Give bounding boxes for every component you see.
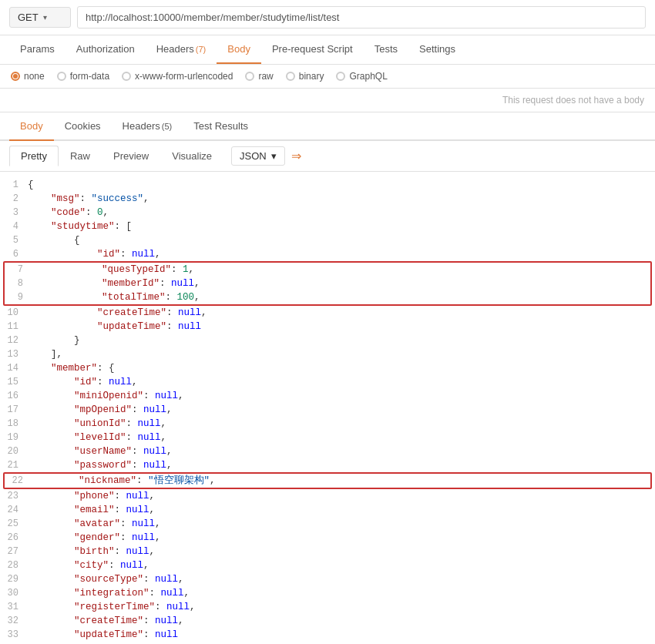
tab-pre-request-script[interactable]: Pre-request Script xyxy=(261,35,364,64)
line-content: "userName": null, xyxy=(28,444,655,458)
line-number: 16 xyxy=(0,389,28,403)
radio-none[interactable] xyxy=(11,72,20,81)
line-content: "updateTime": null xyxy=(28,628,655,642)
tab-tests[interactable]: Tests xyxy=(364,35,408,64)
line-number: 9 xyxy=(5,290,32,304)
radio-raw[interactable] xyxy=(245,72,254,81)
line-content: "createTime": null, xyxy=(28,306,655,320)
no-body-message: This request does not have a body xyxy=(0,89,655,112)
line-content: "member": { xyxy=(28,361,655,375)
line-content: "code": 0, xyxy=(28,206,655,220)
line-number: 18 xyxy=(0,417,28,431)
json-line: 23 "phone": null, xyxy=(0,489,655,503)
tab-params[interactable]: Params xyxy=(9,35,66,64)
response-tabs: Body Cookies Headers(5) Test Results xyxy=(0,112,655,141)
json-line: 33 "updateTime": null xyxy=(0,628,655,642)
radio-graphql[interactable] xyxy=(336,72,345,81)
json-line: 28 "city": null, xyxy=(0,558,655,572)
line-number: 25 xyxy=(0,517,28,531)
line-number: 26 xyxy=(0,531,28,545)
url-input[interactable] xyxy=(77,6,646,29)
json-line: 17 "mpOpenid": null, xyxy=(0,403,655,417)
radio-form-data[interactable] xyxy=(57,72,66,81)
line-number: 3 xyxy=(0,206,28,220)
line-number: 21 xyxy=(0,458,28,472)
res-tab-headers[interactable]: Headers(5) xyxy=(112,112,183,141)
json-line: 7 "quesTypeId": 1, xyxy=(5,263,650,277)
json-line: 21 "password": null, xyxy=(0,458,655,472)
res-tab-body[interactable]: Body xyxy=(9,112,54,141)
json-line: 6 "id": null, xyxy=(0,247,655,261)
line-number: 29 xyxy=(0,572,28,586)
line-number: 4 xyxy=(0,220,28,233)
json-line: 20 "userName": null, xyxy=(0,444,655,458)
json-line: 2 "msg": "success", xyxy=(0,192,655,206)
body-type-form-data[interactable]: form-data xyxy=(57,71,109,82)
view-tabs: Pretty Raw Preview Visualize JSON ▾ ⇒ xyxy=(0,141,655,172)
tab-headers[interactable]: Headers(7) xyxy=(146,35,217,64)
view-tab-raw[interactable]: Raw xyxy=(59,146,102,166)
line-content: "registerTime": null, xyxy=(28,600,655,614)
line-content: "mpOpenid": null, xyxy=(28,403,655,417)
json-format-selector[interactable]: JSON ▾ xyxy=(231,146,285,166)
res-tab-cookies[interactable]: Cookies xyxy=(54,112,112,141)
line-content: { xyxy=(28,178,655,192)
json-line: 11 "updateTime": null xyxy=(0,320,655,334)
body-type-raw[interactable]: raw xyxy=(245,71,273,82)
line-content: "quesTypeId": 1, xyxy=(32,263,650,277)
request-tabs: Params Authorization Headers(7) Body Pre… xyxy=(0,35,655,65)
line-number: 8 xyxy=(5,277,32,290)
line-content: ], xyxy=(28,347,655,361)
line-content: "phone": null, xyxy=(28,489,655,503)
line-content: "studytime": [ xyxy=(28,220,655,233)
json-line: 1{ xyxy=(0,178,655,192)
line-number: 30 xyxy=(0,586,28,600)
method-selector[interactable]: GET ▾ xyxy=(9,7,71,28)
line-number: 6 xyxy=(0,247,28,261)
body-type-none[interactable]: none xyxy=(11,71,45,82)
tab-authorization[interactable]: Authorization xyxy=(66,35,146,64)
view-tab-visualize[interactable]: Visualize xyxy=(160,146,223,166)
line-number: 14 xyxy=(0,361,28,375)
line-number: 20 xyxy=(0,444,28,458)
line-number: 23 xyxy=(0,489,28,503)
tab-settings[interactable]: Settings xyxy=(408,35,466,64)
json-line: 3 "code": 0, xyxy=(0,206,655,220)
line-content: "sourceType": null, xyxy=(28,572,655,586)
line-content: { xyxy=(28,233,655,247)
res-tab-test-results[interactable]: Test Results xyxy=(183,112,259,141)
view-tab-preview[interactable]: Preview xyxy=(102,146,160,166)
json-line: 26 "gender": null, xyxy=(0,531,655,545)
wrap-icon[interactable]: ⇒ xyxy=(291,149,301,163)
json-line: 14 "member": { xyxy=(0,361,655,375)
line-number: 28 xyxy=(0,558,28,572)
line-content: "gender": null, xyxy=(28,531,655,545)
radio-urlencoded[interactable] xyxy=(122,72,131,81)
json-line: 13 ], xyxy=(0,347,655,361)
body-type-graphql[interactable]: GraphQL xyxy=(336,71,387,82)
line-number: 7 xyxy=(5,263,32,277)
json-line: 9 "totalTime": 100, xyxy=(5,290,650,304)
body-type-urlencoded[interactable]: x-www-form-urlencoded xyxy=(122,71,233,82)
line-number: 22 xyxy=(5,474,32,488)
line-number: 10 xyxy=(0,306,28,320)
json-line: 18 "unionId": null, xyxy=(0,417,655,431)
json-line: 5 { xyxy=(0,233,655,247)
json-line: 4 "studytime": [ xyxy=(0,220,655,233)
line-content: "memberId": null, xyxy=(32,277,650,290)
line-content: "city": null, xyxy=(28,558,655,572)
json-line: 12 } xyxy=(0,334,655,347)
line-number: 33 xyxy=(0,628,28,642)
view-tab-pretty[interactable]: Pretty xyxy=(9,146,59,166)
chevron-down-icon: ▾ xyxy=(43,13,47,22)
body-type-selector: none form-data x-www-form-urlencoded raw… xyxy=(0,65,655,89)
line-number: 12 xyxy=(0,334,28,347)
body-type-binary[interactable]: binary xyxy=(286,71,324,82)
json-line: 8 "memberId": null, xyxy=(5,277,650,290)
line-content: "levelId": null, xyxy=(28,431,655,444)
tab-body[interactable]: Body xyxy=(217,35,261,64)
line-content: "email": null, xyxy=(28,503,655,517)
line-number: 5 xyxy=(0,233,28,247)
line-number: 17 xyxy=(0,403,28,417)
radio-binary[interactable] xyxy=(286,72,295,81)
